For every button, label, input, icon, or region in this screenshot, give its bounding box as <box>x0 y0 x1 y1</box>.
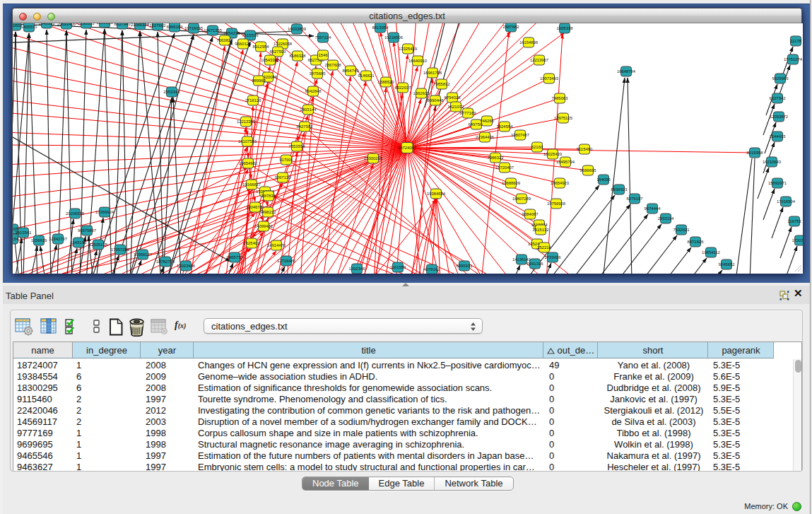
svg-text:1605338: 1605338 <box>557 26 574 30</box>
svg-text:7485063: 7485063 <box>552 96 569 100</box>
svg-text:16107553: 16107553 <box>238 139 257 144</box>
svg-text:18807249: 18807249 <box>512 197 531 201</box>
svg-text:3913541: 3913541 <box>16 230 32 235</box>
svg-text:1156819: 1156819 <box>31 238 47 243</box>
svg-text:1546: 1546 <box>318 53 328 57</box>
svg-text:1527602: 1527602 <box>150 23 166 28</box>
svg-text:7632621: 7632621 <box>673 228 690 232</box>
svg-text:3389083: 3389083 <box>97 23 114 25</box>
svg-text:1145193: 1145193 <box>71 240 87 245</box>
svg-text:10025433: 10025433 <box>543 152 563 156</box>
svg-text:10782759: 10782759 <box>156 259 175 264</box>
svg-text:3267130: 3267130 <box>275 175 292 180</box>
svg-text:116753: 116753 <box>787 219 801 223</box>
svg-text:8495931: 8495931 <box>457 264 473 268</box>
svg-text:8637940: 8637940 <box>114 23 131 26</box>
svg-text:9245652: 9245652 <box>719 262 735 267</box>
svg-text:17957253: 17957253 <box>111 247 130 252</box>
svg-text:16961758: 16961758 <box>423 71 442 75</box>
svg-text:19218506: 19218506 <box>384 35 404 40</box>
svg-text:12023446: 12023446 <box>177 264 196 268</box>
svg-text:2687682: 2687682 <box>503 25 519 29</box>
svg-text:13716485: 13716485 <box>277 259 296 263</box>
svg-text:15692971: 15692971 <box>768 181 787 185</box>
svg-text:8196001: 8196001 <box>78 23 95 25</box>
svg-text:19654923: 19654923 <box>551 181 570 185</box>
svg-text:15751074: 15751074 <box>784 57 803 62</box>
svg-text:14136141: 14136141 <box>512 257 531 262</box>
svg-text:10046786: 10046786 <box>246 205 265 209</box>
svg-text:7625402: 7625402 <box>244 241 260 245</box>
svg-text:1202346: 1202346 <box>349 267 366 271</box>
svg-text:8427552: 8427552 <box>297 124 313 129</box>
svg-text:2867608: 2867608 <box>325 63 342 67</box>
svg-text:6379197: 6379197 <box>627 197 643 201</box>
svg-text:2053346: 2053346 <box>164 90 181 94</box>
svg-text:8215958: 8215958 <box>747 151 764 155</box>
svg-text:22364436: 22364436 <box>476 135 495 139</box>
svg-text:7553594: 7553594 <box>289 144 306 148</box>
svg-text:0341316: 0341316 <box>527 262 544 266</box>
svg-text:9777169: 9777169 <box>460 111 476 115</box>
svg-text:19384554: 19384554 <box>427 192 446 196</box>
svg-text:2803144: 2803144 <box>300 107 317 112</box>
svg-text:62160: 62160 <box>531 145 543 149</box>
svg-text:14099481: 14099481 <box>254 224 273 228</box>
svg-text:13325419: 13325419 <box>399 47 417 51</box>
svg-text:16648784: 16648784 <box>617 69 636 74</box>
svg-text:13226058: 13226058 <box>273 42 293 46</box>
svg-text:10958127: 10958127 <box>134 252 152 257</box>
svg-text:15720407: 15720407 <box>495 165 514 170</box>
svg-text:9146821: 9146821 <box>358 74 375 78</box>
svg-text:2718126: 2718126 <box>245 98 262 103</box>
svg-text:17359924: 17359924 <box>95 210 114 214</box>
svg-text:12093872: 12093872 <box>770 115 788 119</box>
svg-text:3624554: 3624554 <box>497 124 514 129</box>
svg-text:12505135: 12505135 <box>89 243 108 247</box>
svg-text:1362615: 1362615 <box>413 91 430 95</box>
svg-text:16154838: 16154838 <box>519 40 539 45</box>
svg-text:989963: 989963 <box>252 78 266 83</box>
svg-text:746266: 746266 <box>480 119 494 123</box>
svg-text:10671355: 10671355 <box>204 28 223 33</box>
svg-text:12975125: 12975125 <box>554 116 573 120</box>
svg-text:252214: 252214 <box>537 245 551 250</box>
svg-text:1588520: 1588520 <box>378 80 395 84</box>
svg-text:11178: 11178 <box>790 39 801 43</box>
svg-text:1733426: 1733426 <box>545 255 562 259</box>
svg-text:3875685: 3875685 <box>310 71 326 76</box>
svg-text:9084067: 9084067 <box>522 212 539 216</box>
svg-text:12213967: 12213967 <box>530 58 548 62</box>
svg-text:917006: 917006 <box>279 158 293 162</box>
svg-text:19756928: 19756928 <box>547 201 566 206</box>
svg-text:10688609: 10688609 <box>502 181 520 185</box>
svg-text:20691406: 20691406 <box>57 23 76 26</box>
svg-text:6322037: 6322037 <box>395 86 411 90</box>
svg-text:7663822: 7663822 <box>217 38 233 42</box>
svg-text:7955812: 7955812 <box>434 82 450 86</box>
svg-text:7515536: 7515536 <box>242 33 259 37</box>
svg-text:6966160: 6966160 <box>167 25 184 29</box>
svg-text:8912954: 8912954 <box>253 45 270 49</box>
svg-text:7357224: 7357224 <box>315 35 332 40</box>
svg-text:8813054: 8813054 <box>372 25 389 30</box>
svg-text:10543382: 10543382 <box>261 58 279 62</box>
svg-text:39154: 39154 <box>13 237 19 241</box>
svg-text:9115460: 9115460 <box>577 147 593 151</box>
svg-text:8454749: 8454749 <box>343 69 359 73</box>
svg-text:90975887: 90975887 <box>78 228 96 233</box>
svg-text:20206578: 20206578 <box>66 211 85 216</box>
svg-text:16640910: 16640910 <box>408 59 428 63</box>
svg-text:14914479: 14914479 <box>267 243 286 247</box>
svg-text:1244415: 1244415 <box>770 134 787 139</box>
svg-text:17016504: 17016504 <box>777 199 796 204</box>
svg-text:21065328: 21065328 <box>131 23 150 27</box>
svg-text:16033809: 16033809 <box>288 27 306 31</box>
svg-text:2654235: 2654235 <box>224 31 241 35</box>
svg-text:9465779: 9465779 <box>227 255 243 259</box>
svg-text:19654982: 19654982 <box>239 161 257 165</box>
svg-text:10719155: 10719155 <box>184 26 204 30</box>
svg-text:8471626: 8471626 <box>688 240 705 244</box>
svg-text:9527500: 9527500 <box>270 49 287 54</box>
svg-text:8990448: 8990448 <box>428 98 445 103</box>
